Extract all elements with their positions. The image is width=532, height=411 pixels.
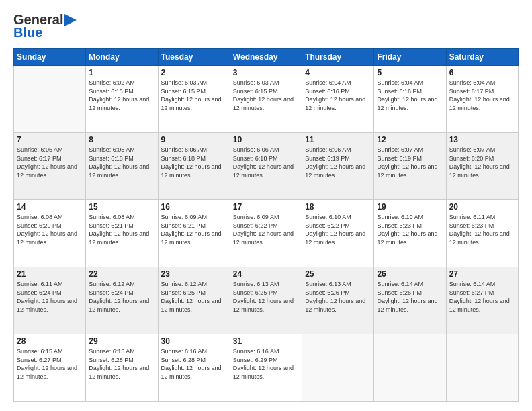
day-number: 28 (17, 336, 83, 346)
day-number: 4 (305, 68, 371, 77)
day-number: 9 (161, 135, 227, 144)
day-number: 22 (89, 269, 154, 279)
calendar-cell: 30Sunrise: 6:16 AMSunset: 6:28 PMDayligh… (158, 334, 230, 402)
calendar-cell: 8Sunrise: 6:05 AMSunset: 6:18 PMDaylight… (86, 133, 158, 200)
day-info: Sunrise: 6:04 AMSunset: 6:16 PMDaylight:… (305, 79, 371, 112)
header: General Blue (13, 12, 519, 40)
day-info: Sunrise: 6:11 AMSunset: 6:23 PMDaylight:… (449, 213, 515, 246)
calendar-cell: 16Sunrise: 6:09 AMSunset: 6:21 PMDayligh… (158, 200, 230, 267)
day-info: Sunrise: 6:10 AMSunset: 6:23 PMDaylight:… (377, 213, 443, 246)
calendar-cell: 26Sunrise: 6:14 AMSunset: 6:26 PMDayligh… (374, 267, 446, 334)
calendar-cell: 19Sunrise: 6:10 AMSunset: 6:23 PMDayligh… (374, 200, 446, 267)
day-info: Sunrise: 6:15 AMSunset: 6:28 PMDaylight:… (89, 347, 154, 381)
day-info: Sunrise: 6:05 AMSunset: 6:18 PMDaylight:… (89, 146, 154, 179)
day-number: 29 (89, 336, 154, 346)
day-info: Sunrise: 6:15 AMSunset: 6:27 PMDaylight:… (17, 347, 83, 381)
calendar-cell: 1Sunrise: 6:02 AMSunset: 6:15 PMDaylight… (86, 66, 158, 133)
weekday-header-row: SundayMondayTuesdayWednesdayThursdayFrid… (14, 49, 519, 66)
day-number: 31 (233, 336, 299, 346)
calendar-cell: 2Sunrise: 6:03 AMSunset: 6:15 PMDaylight… (158, 66, 230, 133)
calendar-cell: 22Sunrise: 6:12 AMSunset: 6:24 PMDayligh… (86, 267, 158, 334)
day-info: Sunrise: 6:13 AMSunset: 6:26 PMDaylight:… (305, 280, 371, 314)
day-number: 7 (17, 135, 83, 144)
day-info: Sunrise: 6:13 AMSunset: 6:25 PMDaylight:… (233, 280, 299, 314)
calendar-cell: 3Sunrise: 6:03 AMSunset: 6:15 PMDaylight… (230, 66, 302, 133)
weekday-header-friday: Friday (374, 49, 446, 66)
calendar-cell: 9Sunrise: 6:06 AMSunset: 6:18 PMDaylight… (158, 133, 230, 200)
calendar-cell: 12Sunrise: 6:07 AMSunset: 6:19 PMDayligh… (374, 133, 446, 200)
day-info: Sunrise: 6:12 AMSunset: 6:25 PMDaylight:… (161, 280, 227, 314)
calendar-cell: 24Sunrise: 6:13 AMSunset: 6:25 PMDayligh… (230, 267, 302, 334)
day-number: 21 (17, 269, 83, 279)
weekday-header-thursday: Thursday (302, 49, 374, 66)
calendar-cell: 17Sunrise: 6:09 AMSunset: 6:22 PMDayligh… (230, 200, 302, 267)
day-info: Sunrise: 6:06 AMSunset: 6:19 PMDaylight:… (305, 146, 371, 179)
day-number: 8 (89, 135, 154, 144)
calendar-cell (14, 66, 86, 133)
logo-triangle-icon (64, 14, 77, 26)
day-info: Sunrise: 6:14 AMSunset: 6:26 PMDaylight:… (377, 280, 443, 314)
calendar-cell: 13Sunrise: 6:07 AMSunset: 6:20 PMDayligh… (446, 133, 518, 200)
day-info: Sunrise: 6:09 AMSunset: 6:22 PMDaylight:… (233, 213, 299, 246)
day-info: Sunrise: 6:05 AMSunset: 6:17 PMDaylight:… (17, 146, 83, 179)
day-info: Sunrise: 6:06 AMSunset: 6:18 PMDaylight:… (161, 146, 227, 179)
day-number: 23 (161, 269, 227, 279)
calendar-cell: 14Sunrise: 6:08 AMSunset: 6:20 PMDayligh… (14, 200, 86, 267)
calendar-cell: 29Sunrise: 6:15 AMSunset: 6:28 PMDayligh… (86, 334, 158, 402)
calendar-cell: 11Sunrise: 6:06 AMSunset: 6:19 PMDayligh… (302, 133, 374, 200)
calendar-week-row: 14Sunrise: 6:08 AMSunset: 6:20 PMDayligh… (14, 200, 519, 267)
calendar-cell: 27Sunrise: 6:14 AMSunset: 6:27 PMDayligh… (446, 267, 518, 334)
day-info: Sunrise: 6:02 AMSunset: 6:15 PMDaylight:… (89, 79, 154, 112)
day-info: Sunrise: 6:08 AMSunset: 6:20 PMDaylight:… (17, 213, 83, 246)
logo: General Blue (13, 12, 77, 40)
calendar-cell: 21Sunrise: 6:11 AMSunset: 6:24 PMDayligh… (14, 267, 86, 334)
calendar-cell (446, 334, 518, 402)
day-info: Sunrise: 6:16 AMSunset: 6:29 PMDaylight:… (233, 347, 299, 381)
day-info: Sunrise: 6:08 AMSunset: 6:21 PMDaylight:… (89, 213, 154, 246)
day-info: Sunrise: 6:06 AMSunset: 6:18 PMDaylight:… (233, 146, 299, 179)
day-number: 12 (377, 135, 443, 144)
weekday-header-monday: Monday (86, 49, 158, 66)
day-info: Sunrise: 6:07 AMSunset: 6:19 PMDaylight:… (377, 146, 443, 179)
calendar-cell: 7Sunrise: 6:05 AMSunset: 6:17 PMDaylight… (14, 133, 86, 200)
calendar-week-row: 7Sunrise: 6:05 AMSunset: 6:17 PMDaylight… (14, 133, 519, 200)
weekday-header-sunday: Sunday (14, 49, 86, 66)
day-info: Sunrise: 6:03 AMSunset: 6:15 PMDaylight:… (161, 79, 227, 112)
day-number: 13 (449, 135, 515, 144)
weekday-header-tuesday: Tuesday (158, 49, 230, 66)
day-number: 18 (305, 202, 371, 212)
day-number: 10 (233, 135, 299, 144)
day-number: 16 (161, 202, 227, 212)
calendar-cell: 5Sunrise: 6:04 AMSunset: 6:16 PMDaylight… (374, 66, 446, 133)
day-number: 14 (17, 202, 83, 212)
day-number: 2 (161, 68, 227, 77)
calendar-week-row: 28Sunrise: 6:15 AMSunset: 6:27 PMDayligh… (14, 334, 519, 402)
calendar-cell: 10Sunrise: 6:06 AMSunset: 6:18 PMDayligh… (230, 133, 302, 200)
day-number: 25 (305, 269, 371, 279)
svg-marker-0 (64, 14, 77, 26)
day-number: 19 (377, 202, 443, 212)
day-number: 17 (233, 202, 299, 212)
calendar-cell: 18Sunrise: 6:10 AMSunset: 6:22 PMDayligh… (302, 200, 374, 267)
calendar-cell: 4Sunrise: 6:04 AMSunset: 6:16 PMDaylight… (302, 66, 374, 133)
logo-blue-text: Blue (13, 25, 42, 40)
calendar-week-row: 21Sunrise: 6:11 AMSunset: 6:24 PMDayligh… (14, 267, 519, 334)
day-number: 26 (377, 269, 443, 279)
calendar-cell: 15Sunrise: 6:08 AMSunset: 6:21 PMDayligh… (86, 200, 158, 267)
day-info: Sunrise: 6:10 AMSunset: 6:22 PMDaylight:… (305, 213, 371, 246)
calendar-table: SundayMondayTuesdayWednesdayThursdayFrid… (13, 48, 519, 402)
day-info: Sunrise: 6:07 AMSunset: 6:20 PMDaylight:… (449, 146, 515, 179)
weekday-header-saturday: Saturday (446, 49, 518, 66)
day-info: Sunrise: 6:04 AMSunset: 6:16 PMDaylight:… (377, 79, 443, 112)
calendar-cell: 20Sunrise: 6:11 AMSunset: 6:23 PMDayligh… (446, 200, 518, 267)
calendar-cell: 23Sunrise: 6:12 AMSunset: 6:25 PMDayligh… (158, 267, 230, 334)
day-info: Sunrise: 6:12 AMSunset: 6:24 PMDaylight:… (89, 280, 154, 314)
day-info: Sunrise: 6:09 AMSunset: 6:21 PMDaylight:… (161, 213, 227, 246)
calendar-cell: 31Sunrise: 6:16 AMSunset: 6:29 PMDayligh… (230, 334, 302, 402)
calendar-cell: 28Sunrise: 6:15 AMSunset: 6:27 PMDayligh… (14, 334, 86, 402)
day-info: Sunrise: 6:14 AMSunset: 6:27 PMDaylight:… (449, 280, 515, 314)
day-info: Sunrise: 6:11 AMSunset: 6:24 PMDaylight:… (17, 280, 83, 314)
day-number: 1 (89, 68, 154, 77)
day-info: Sunrise: 6:16 AMSunset: 6:28 PMDaylight:… (161, 347, 227, 381)
day-number: 15 (89, 202, 154, 212)
